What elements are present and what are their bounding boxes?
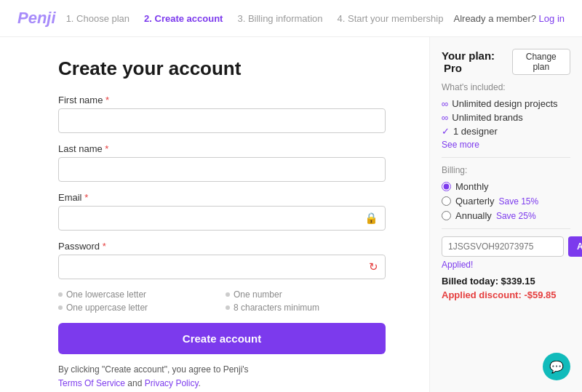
infinity-icon-0: ∞ [442,98,448,109]
form-area: Create your account First name * Last na… [0,37,429,392]
check-icon-0: ✓ [442,126,450,137]
steps: 1. Choose plan 2. Create account 3. Bill… [66,13,444,24]
password-label: Password * [58,241,386,252]
billing-monthly: Monthly [442,181,570,192]
last-name-input[interactable] [58,157,386,182]
login-link[interactable]: Log in [539,13,565,24]
email-label: Email * [58,192,386,203]
last-name-label: Last name * [58,143,386,154]
infinity-icon-1: ∞ [442,112,448,123]
terms-text-section: By clicking "Create account", you agree … [58,363,386,391]
discount-label: Applied discount: [442,289,522,300]
email-field: Email * 🔒 [58,192,386,231]
chat-icon: 💬 [549,360,564,374]
step-3: 3. Billing information [237,13,322,24]
terms-link[interactable]: Terms Of Service [58,378,125,388]
billing-annually-label: Annually [455,210,492,221]
apply-button[interactable]: Apply [568,236,582,257]
header: Penji 1. Choose plan 2. Create account 3… [0,0,582,37]
whats-included-label: What's included: [442,82,570,92]
applied-discount: Applied discount: -$59.85 [442,289,570,300]
terms-prefix: By clicking "Create account", you agree … [58,364,249,375]
applied-text: Applied! [442,260,570,270]
create-account-button[interactable]: Create account [58,323,386,354]
logo: Penji [17,9,56,28]
plan-title: Your plan: Pro [442,49,512,74]
included-item-2: ✓ 1 designer [442,126,570,137]
coupon-section: Apply Applied! [442,236,570,270]
billing-label: Billing: [442,165,570,175]
discount-value: -$59.85 [524,289,556,300]
rule-lowercase: One lowercase letter [58,289,218,300]
billing-annually: Annually Save 25% [442,210,570,221]
email-input-wrapper: 🔒 [58,206,386,231]
billed-today: Billed today: $339.15 [442,276,570,287]
divider-2 [442,228,570,229]
sidebar: Your plan: Pro Change plan What's includ… [429,37,582,392]
password-field: Password * ↻ [58,241,386,279]
rule-uppercase: One uppercase letter [58,303,218,313]
step-1: 1. Choose plan [66,13,129,24]
first-name-label: First name * [58,95,386,105]
rule-number: One number [226,289,386,300]
rule-dot-min-chars [226,305,230,310]
rule-min-chars: 8 characters minimum [226,303,386,313]
change-plan-button[interactable]: Change plan [512,49,570,75]
rule-dot-number [226,292,230,297]
password-input[interactable] [58,255,386,279]
step-2: 2. Create account [144,13,223,24]
page-title: Create your account [58,57,386,80]
billing-quarterly: Quarterly Save 15% [442,196,570,207]
quarterly-save-badge: Save 15% [498,196,538,207]
terms-and: and [127,378,142,388]
already-member-text: Already a member? [454,13,536,24]
step-4: 4. Start your membership [338,13,444,24]
password-refresh-icon: ↻ [369,260,378,273]
billing-monthly-label: Monthly [455,181,489,192]
billing-quarterly-radio[interactable] [442,196,451,206]
included-item-0: ∞ Unlimited design projects [442,98,570,109]
password-rules: One lowercase letter One number One uppe… [58,289,386,313]
email-lock-icon: 🔒 [364,212,378,225]
included-item-1: ∞ Unlimited brands [442,112,570,123]
email-input[interactable] [58,206,386,231]
last-name-field: Last name * [58,143,386,182]
billing-quarterly-label: Quarterly [455,196,494,207]
see-more-link[interactable]: See more [442,140,570,150]
privacy-link[interactable]: Privacy Policy [145,378,199,388]
already-member-section: Already a member? Log in [454,13,565,24]
chat-bubble[interactable]: 💬 [543,353,570,380]
billing-annually-radio[interactable] [442,211,451,220]
password-input-wrapper: ↻ [58,255,386,279]
coupon-input[interactable] [442,236,564,257]
rule-dot-uppercase [58,305,63,310]
first-name-field: First name * [58,95,386,133]
divider-1 [442,157,570,158]
billing-monthly-radio[interactable] [442,182,451,191]
main-content: Create your account First name * Last na… [0,37,582,392]
first-name-input[interactable] [58,108,386,133]
rule-dot-lowercase [58,292,63,297]
period: . [199,378,201,388]
coupon-row: Apply [442,236,570,257]
plan-header: Your plan: Pro Change plan [442,49,570,75]
annually-save-badge: Save 25% [496,211,536,221]
